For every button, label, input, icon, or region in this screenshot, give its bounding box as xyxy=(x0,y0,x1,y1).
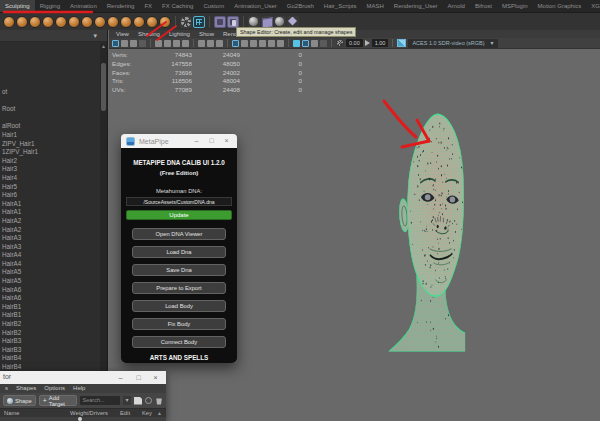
outliner-item[interactable]: Hair4 xyxy=(2,174,107,183)
sculpt-brush-icon[interactable] xyxy=(3,16,15,28)
gamma-field[interactable]: 1.00 xyxy=(372,39,389,47)
sculpt-brush-icon[interactable] xyxy=(146,16,158,28)
outliner-header[interactable]: ▾ xyxy=(0,30,107,42)
settings-gear-icon[interactable] xyxy=(180,16,192,28)
chevron-down-icon[interactable]: ▾ xyxy=(123,396,131,405)
column-edit[interactable]: Edit xyxy=(120,409,142,417)
tool-icon[interactable] xyxy=(259,40,266,47)
tool-icon[interactable] xyxy=(130,40,137,47)
shelf-tab[interactable]: Animation xyxy=(65,0,102,12)
column-key[interactable]: Key xyxy=(142,409,158,417)
viewport-menu-item[interactable]: View xyxy=(116,30,129,38)
outliner-item[interactable]: HairA3 xyxy=(2,234,107,243)
sculpt-brush-icon[interactable] xyxy=(120,16,132,28)
shelf-tab[interactable]: Custom xyxy=(198,0,229,12)
outliner-item[interactable]: HairA5 xyxy=(2,277,107,286)
tool-icon[interactable] xyxy=(277,40,284,47)
sculpt-brush-icon[interactable] xyxy=(159,16,171,28)
trash-icon[interactable] xyxy=(155,397,163,405)
tool-icon[interactable] xyxy=(311,40,318,47)
outliner-item[interactable]: HairB4 xyxy=(2,354,107,363)
scrollbar-thumb[interactable] xyxy=(101,63,106,111)
shelf-tab[interactable]: XGen xyxy=(586,0,600,12)
node-grid-icon[interactable] xyxy=(193,16,205,28)
outliner-item[interactable]: HairB2 xyxy=(2,320,107,329)
shelf-tab[interactable]: Hair_Scripts xyxy=(319,0,362,12)
maximize-icon[interactable]: □ xyxy=(206,134,217,148)
shelf-tab[interactable]: Arnold xyxy=(443,0,470,12)
maximize-icon[interactable]: □ xyxy=(133,371,144,384)
sculpt-brush-icon[interactable] xyxy=(68,16,80,28)
color-management-icon[interactable] xyxy=(397,39,406,47)
head-wireframe-model[interactable] xyxy=(388,88,600,421)
metapipe-button[interactable]: Open DNA Viewer xyxy=(132,228,226,240)
tool-icon[interactable] xyxy=(173,40,180,47)
viewport-menu-item[interactable]: Lighting xyxy=(169,30,190,38)
outliner-item[interactable]: HairA6 xyxy=(2,294,107,303)
outliner-item[interactable]: HairA3 xyxy=(2,243,107,252)
minimize-icon[interactable]: – xyxy=(191,134,202,148)
tool-icon[interactable] xyxy=(198,40,205,47)
outliner-scrollbar[interactable]: ▴ xyxy=(100,43,107,421)
update-button[interactable]: Update xyxy=(126,210,232,220)
outliner-item[interactable]: Hair2 xyxy=(2,157,107,166)
tool-icon[interactable] xyxy=(164,40,171,47)
sculpt-brush-icon[interactable] xyxy=(81,16,93,28)
close-icon[interactable]: × xyxy=(150,371,161,384)
tool-icon[interactable] xyxy=(302,40,309,47)
select-sphere-icon[interactable] xyxy=(248,16,260,28)
metapipe-button[interactable]: Fix Body xyxy=(132,318,226,330)
add-target-button[interactable]: + Add Target xyxy=(39,395,77,406)
outliner-item[interactable]: HairB3 xyxy=(2,337,107,346)
outliner-item[interactable]: ZIPV_Hair1 xyxy=(2,140,107,149)
metapipe-button[interactable]: Connect Body xyxy=(132,336,226,348)
tool-icon[interactable] xyxy=(293,40,300,47)
metapipe-button[interactable]: Prepare to Export xyxy=(132,282,226,294)
shelf-tab[interactable]: Rendering xyxy=(102,0,140,12)
sculpt-stamp-icon[interactable] xyxy=(42,16,54,28)
pose-editor-icon[interactable] xyxy=(214,16,226,28)
sphere-tool-icon[interactable] xyxy=(274,16,286,28)
outliner-item[interactable]: Hair1 xyxy=(2,131,107,140)
outliner-item[interactable]: HairA2 xyxy=(2,226,107,235)
shelf-tab[interactable]: FX Caching xyxy=(157,0,198,12)
shape-editor-menu-item[interactable]: Shapes xyxy=(16,384,36,393)
dna-path-field[interactable]: /SourceAssets/CustomDNA.dna xyxy=(126,197,232,206)
metapipe-button[interactable]: Load Body xyxy=(132,300,226,312)
tool-icon[interactable] xyxy=(207,40,214,47)
sculpt-brush-icon[interactable] xyxy=(94,16,106,28)
construction-cube-icon[interactable] xyxy=(261,16,273,28)
shelf-tab[interactable]: Animation_User xyxy=(229,0,282,12)
outliner-item[interactable]: 1ZIPV_Hair1 xyxy=(2,148,107,157)
weight-slider-handle[interactable] xyxy=(78,417,82,421)
colorspace-dropdown[interactable]: ACES 1.0 SDR-video (sRGB) ▾ xyxy=(408,39,497,48)
shape-editor-row[interactable] xyxy=(0,417,166,421)
gamma-icon[interactable] xyxy=(365,40,370,46)
exposure-field[interactable]: 0.00 xyxy=(346,39,363,47)
shelf-tab[interactable]: Rendering_User xyxy=(389,0,443,12)
metapipe-titlebar[interactable]: MetaPipe – □ × xyxy=(121,134,237,148)
shape-editor-menu-item[interactable]: s xyxy=(5,384,8,393)
outliner-item[interactable]: HairB1 xyxy=(2,311,107,320)
viewport-menu-item[interactable]: Show xyxy=(199,30,214,38)
outliner-item[interactable] xyxy=(2,97,107,106)
record-circle-icon[interactable] xyxy=(145,397,152,404)
tool-icon[interactable] xyxy=(250,40,257,47)
sculpt-brush-icon[interactable] xyxy=(55,16,67,28)
outliner-item[interactable]: HairA6 xyxy=(2,286,107,295)
outliner-item[interactable]: Hair3 xyxy=(2,165,107,174)
sculpt-brush-icon[interactable] xyxy=(133,16,145,28)
close-icon[interactable]: × xyxy=(221,134,232,148)
outliner-item[interactable]: HairA1 xyxy=(2,200,107,209)
tool-icon[interactable] xyxy=(216,40,223,47)
tool-icon[interactable] xyxy=(182,40,189,47)
tool-icon[interactable] xyxy=(139,40,146,47)
shelf-tab[interactable]: MSPlugin xyxy=(497,0,533,12)
chevron-down-icon[interactable]: ▾ xyxy=(93,32,97,40)
outliner-item[interactable]: HairB3 xyxy=(2,346,107,355)
shape-editor-menu-item[interactable]: Options xyxy=(44,384,65,393)
shelf-tab[interactable]: FX xyxy=(139,0,157,12)
outliner-item[interactable]: HairA4 xyxy=(2,251,107,260)
shelf-tab[interactable]: Sculpting xyxy=(0,0,35,12)
tool-icon[interactable] xyxy=(121,40,128,47)
